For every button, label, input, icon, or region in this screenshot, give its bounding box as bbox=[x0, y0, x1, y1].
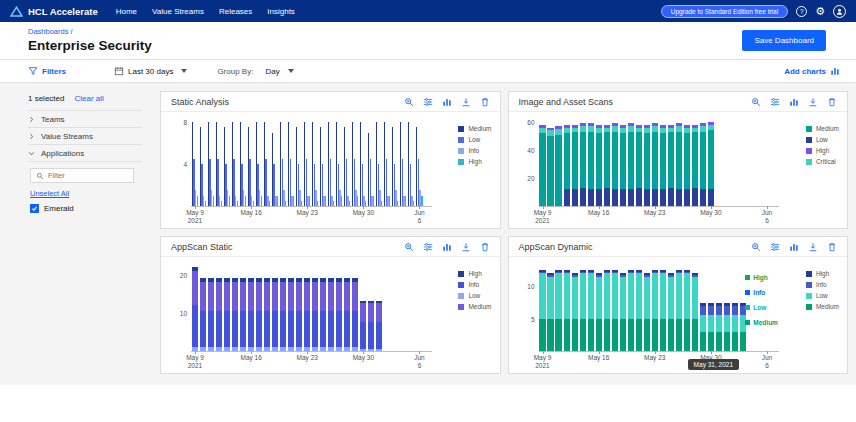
bar-low[interactable] bbox=[272, 347, 278, 351]
bar-low[interactable] bbox=[652, 189, 658, 206]
bar-low[interactable] bbox=[280, 347, 286, 351]
bar-critical[interactable] bbox=[628, 126, 634, 132]
bar-medium[interactable] bbox=[547, 319, 553, 351]
bar-medium[interactable] bbox=[740, 332, 746, 351]
bar-high[interactable] bbox=[240, 278, 246, 282]
bar-info[interactable] bbox=[644, 275, 650, 277]
bar-low[interactable] bbox=[580, 273, 586, 318]
bar-high[interactable] bbox=[205, 201, 206, 206]
bar-medium[interactable] bbox=[208, 282, 214, 311]
bar-high[interactable] bbox=[253, 201, 254, 206]
bar-critical[interactable] bbox=[539, 128, 545, 134]
bar-high[interactable] bbox=[652, 123, 658, 126]
bar-high[interactable] bbox=[325, 196, 326, 207]
bar-medium[interactable] bbox=[620, 319, 626, 351]
bar-critical[interactable] bbox=[564, 128, 570, 134]
bar-high[interactable] bbox=[547, 273, 553, 274]
bar-high[interactable] bbox=[389, 196, 390, 207]
bar-info[interactable] bbox=[336, 311, 342, 347]
bar-medium[interactable] bbox=[668, 319, 674, 351]
settings-icon[interactable] bbox=[770, 97, 780, 107]
bar-critical[interactable] bbox=[612, 126, 618, 132]
bar-info[interactable] bbox=[668, 275, 674, 277]
bar-info[interactable] bbox=[280, 311, 286, 347]
bar-low[interactable] bbox=[692, 277, 698, 319]
bar-high[interactable] bbox=[421, 196, 422, 207]
bar-medium[interactable] bbox=[652, 319, 658, 351]
settings-gear-icon[interactable]: ⚙ bbox=[815, 6, 825, 17]
bar-low[interactable] bbox=[620, 189, 626, 206]
bar-low[interactable] bbox=[676, 189, 682, 206]
bar-high[interactable] bbox=[320, 278, 326, 282]
bar-low[interactable] bbox=[732, 315, 738, 331]
bar-high[interactable] bbox=[668, 273, 674, 274]
bar-high[interactable] bbox=[539, 125, 545, 128]
bar-high[interactable] bbox=[352, 278, 358, 282]
delete-icon[interactable] bbox=[827, 242, 837, 252]
bar-critical[interactable] bbox=[652, 126, 658, 132]
bar-high[interactable] bbox=[604, 125, 610, 128]
bar-medium[interactable] bbox=[224, 282, 230, 311]
bar-medium[interactable] bbox=[580, 319, 586, 351]
bar-low[interactable] bbox=[588, 189, 594, 206]
bar-medium[interactable] bbox=[344, 282, 350, 311]
bar-low[interactable] bbox=[216, 347, 222, 351]
bar-low[interactable] bbox=[668, 277, 674, 319]
bar-medium[interactable] bbox=[660, 133, 666, 189]
bar-info[interactable] bbox=[692, 275, 698, 277]
bar-high[interactable] bbox=[716, 303, 722, 306]
nav-insights[interactable]: Insights bbox=[267, 7, 295, 16]
bar-medium[interactable] bbox=[376, 303, 382, 322]
bar-high[interactable] bbox=[272, 278, 278, 282]
bar-critical[interactable] bbox=[636, 128, 642, 132]
bar-info[interactable] bbox=[224, 311, 230, 347]
bar-medium[interactable] bbox=[555, 135, 561, 206]
bar-info[interactable] bbox=[596, 275, 602, 277]
bar-medium[interactable] bbox=[352, 282, 358, 311]
bar-high[interactable] bbox=[564, 125, 570, 128]
settings-icon[interactable] bbox=[770, 242, 780, 252]
bar-info[interactable] bbox=[368, 322, 374, 349]
download-icon[interactable] bbox=[461, 97, 471, 107]
bar-high[interactable] bbox=[636, 270, 642, 271]
bar-info[interactable] bbox=[555, 272, 561, 274]
bar-high[interactable] bbox=[628, 270, 634, 271]
bar-high[interactable] bbox=[620, 273, 626, 274]
bar-high[interactable] bbox=[264, 278, 270, 282]
bar-low[interactable] bbox=[708, 315, 714, 331]
delete-icon[interactable] bbox=[827, 97, 837, 107]
bar-high[interactable] bbox=[336, 278, 342, 282]
bar-high[interactable] bbox=[708, 303, 714, 306]
user-avatar[interactable] bbox=[833, 5, 846, 18]
bar-high[interactable] bbox=[296, 278, 302, 282]
bar-medium[interactable] bbox=[628, 132, 634, 189]
bar-low[interactable] bbox=[572, 277, 578, 319]
bar-high[interactable] bbox=[344, 278, 350, 282]
bar-high[interactable] bbox=[304, 278, 310, 282]
bar-high[interactable] bbox=[288, 278, 294, 282]
bar-high[interactable] bbox=[381, 201, 382, 206]
bar-low[interactable] bbox=[700, 315, 706, 331]
bar-high[interactable] bbox=[692, 273, 698, 274]
bar-high[interactable] bbox=[580, 123, 586, 126]
bar-info[interactable] bbox=[676, 272, 682, 274]
bar-low[interactable] bbox=[700, 189, 706, 206]
bar-info[interactable] bbox=[604, 272, 610, 274]
bar-medium[interactable] bbox=[732, 332, 738, 351]
bar-medium[interactable] bbox=[660, 319, 666, 351]
bar-low[interactable] bbox=[328, 347, 334, 351]
bar-high[interactable] bbox=[572, 125, 578, 128]
bar-high[interactable] bbox=[368, 301, 374, 303]
bar-high[interactable] bbox=[604, 270, 610, 271]
bar-critical[interactable] bbox=[604, 128, 610, 132]
bar-low[interactable] bbox=[580, 188, 586, 206]
bar-medium[interactable] bbox=[304, 282, 310, 311]
bar-high[interactable] bbox=[373, 196, 374, 207]
bar-high[interactable] bbox=[312, 278, 318, 282]
bar-info[interactable] bbox=[352, 311, 358, 347]
bar-info[interactable] bbox=[272, 311, 278, 347]
bar-low[interactable] bbox=[668, 188, 674, 206]
bar-high[interactable] bbox=[596, 125, 602, 128]
sidebar-section-applications[interactable]: Applications bbox=[28, 145, 142, 162]
bar-high[interactable] bbox=[684, 125, 690, 128]
